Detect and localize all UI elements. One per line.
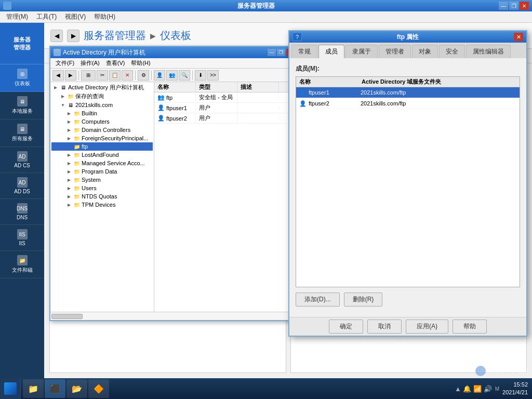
sidebar-item-iis[interactable]: IIS IIS — [0, 225, 44, 251]
delete-tool-btn[interactable]: ✕ — [122, 70, 133, 81]
tree-users[interactable]: ▶ 📁 Users — [51, 184, 153, 192]
allservers-icon: 🖥 — [17, 124, 28, 134]
list-row-ftpuser2[interactable]: 👤 ftpuser2 用户 — [154, 113, 298, 124]
tree-icon-builtin: 📁 — [73, 110, 81, 117]
ftp-remove-button[interactable]: 删除(R) — [344, 292, 383, 307]
tab-attreditor[interactable]: 属性编辑器 — [466, 45, 511, 58]
sidebar-item-dashboard[interactable]: ⊞ 仪表板 — [0, 64, 44, 92]
ftp-help-btn[interactable]: ? — [292, 33, 302, 41]
tree-saved-queries[interactable]: ▶ 📁 保存的查询 — [51, 92, 153, 101]
tree-icon-domain: 🖥 — [67, 101, 74, 109]
tree-lostandfound[interactable]: ▶ 📁 LostAndFound — [51, 151, 153, 159]
forward-button[interactable]: ▶ — [67, 30, 79, 42]
tree-managedservice[interactable]: ▶ 📁 Managed Service Acco... — [51, 159, 153, 167]
tab-members[interactable]: 成员 — [318, 45, 344, 58]
copy-tool-btn[interactable]: 📋 — [109, 70, 121, 81]
ftp-apply-button[interactable]: 应用(A) — [406, 320, 448, 334]
list-header: 名称 类型 描述 — [154, 82, 298, 92]
tree-arrow-pd: ▶ — [66, 168, 72, 175]
sidebar-item-files[interactable]: 📁 文件和磁 — [0, 251, 44, 278]
menu-tools[interactable]: 工具(T) — [32, 11, 61, 22]
restore-button[interactable]: ❒ — [509, 2, 518, 10]
menu-manage[interactable]: 管理(M) — [2, 11, 32, 22]
ftp-close-btn[interactable]: ✕ — [514, 33, 523, 41]
menu-view[interactable]: 视图(V) — [61, 11, 90, 22]
taskbar-app-2[interactable]: ⬛ — [45, 379, 65, 398]
scrollbar-thumb[interactable] — [51, 314, 83, 319]
tree-label-ftp: ftp — [82, 143, 88, 150]
sidebar: 服务器管理器 ⊞ 仪表板 🖥 本地服务 🖥 所有服务 AD AD CS AD A… — [0, 23, 44, 378]
tab-memberof[interactable]: 隶属于 — [345, 45, 378, 58]
ftp-help-footer-button[interactable]: 帮助 — [453, 320, 487, 334]
new-group-btn[interactable]: 👥 — [166, 70, 178, 81]
sidebar-item-adds[interactable]: AD AD DS — [0, 173, 44, 199]
tree-panel[interactable]: ▶ 🖥 Active Directory 用户和计算机 ▶ 📁 保存的查询 ▼ … — [50, 82, 154, 312]
ftp-cancel-button[interactable]: 取消 — [367, 320, 402, 334]
taskbar-clock: 15:52 2021/4/21 — [502, 381, 528, 397]
filter-btn[interactable]: ⬇ — [195, 70, 206, 81]
forward-tool-btn[interactable]: ▶ — [65, 70, 76, 81]
tree-domain[interactable]: ▼ 🖥 2021skills.com — [51, 101, 153, 109]
more-btn[interactable]: >> — [207, 70, 219, 81]
tree-builtin[interactable]: ▶ 📁 Builtin — [51, 109, 153, 117]
sidebar-item-allservers[interactable]: 🖥 所有服务 — [0, 119, 44, 147]
back-button[interactable]: ◀ — [50, 30, 63, 42]
sidebar-label-dns: DNS — [17, 215, 28, 220]
sidebar-item-localserver[interactable]: 🖥 本地服务 — [0, 92, 44, 119]
tree-ftp[interactable]: 📁 ftp — [51, 142, 153, 151]
ad-menu-file[interactable]: 文件(F) — [52, 59, 77, 68]
tree-label-tpm: TPM Devices — [82, 202, 115, 208]
tree-ntdsquotas[interactable]: ▶ 📁 NTDS Quotas — [51, 192, 153, 201]
tree-domaincontrollers[interactable]: ▶ 📁 Domain Controllers — [51, 126, 153, 134]
tree-system[interactable]: ▶ 📁 System — [51, 176, 153, 184]
tree-foreignsecurity[interactable]: ▶ 📁 ForeignSecurityPrincipal... — [51, 134, 153, 142]
tab-security[interactable]: 安全 — [439, 45, 465, 58]
properties-tool-btn[interactable]: ⚙ — [138, 70, 149, 81]
tree-computers[interactable]: ▶ 📁 Computers — [51, 117, 153, 126]
tab-object[interactable]: 对象 — [412, 45, 438, 58]
sidebar-item-dns[interactable]: DNS DNS — [0, 199, 44, 225]
ad-title-text: Active Directory 用户和计算机 — [63, 48, 268, 57]
list-row-ftp[interactable]: 👥 ftp 安全组 - 全局 — [154, 92, 298, 103]
find-btn[interactable]: 🔍 — [179, 70, 190, 81]
menu-help[interactable]: 帮助(H) — [90, 11, 119, 22]
ad-menu-help[interactable]: 帮助(H) — [128, 59, 153, 68]
col-type[interactable]: 类型 — [196, 82, 237, 92]
ftp-name-label: ftp — [166, 95, 172, 101]
tree-programdata[interactable]: ▶ 📁 Program Data — [51, 167, 153, 176]
new-user-btn[interactable]: 👤 — [154, 70, 165, 81]
view-tool-btn[interactable]: ⊞ — [81, 70, 96, 81]
member-row-ftpuser1[interactable]: 👤 ftpuser1 2021skills.com/ftp — [296, 87, 520, 98]
col-desc[interactable]: 描述 — [237, 82, 279, 92]
tab-manager[interactable]: 管理者 — [379, 45, 411, 58]
ad-scrollbar[interactable]: ▶ — [50, 312, 298, 320]
sidebar-label-iis: IIS — [19, 241, 25, 246]
tree-arrow-laf: ▶ — [66, 152, 72, 158]
member-row-ftpuser2[interactable]: 👤 ftpuser2 2021skills.com/ftp — [296, 98, 520, 109]
list-row-ftpuser1[interactable]: 👤 ftpuser1 用户 — [154, 103, 298, 113]
tree-icon-users: 📁 — [73, 184, 81, 192]
ad-restore-btn[interactable]: ❒ — [277, 49, 285, 56]
start-button[interactable] — [0, 378, 21, 399]
ad-minimize-btn[interactable]: — — [268, 49, 276, 56]
tree-icon-pd: 📁 — [73, 168, 81, 175]
close-button[interactable]: ✕ — [520, 2, 529, 10]
ftp-ok-button[interactable]: 确定 — [329, 320, 363, 334]
col-name[interactable]: 名称 — [154, 82, 196, 92]
ftp-add-button[interactable]: 添加(D)... — [296, 292, 340, 307]
sidebar-item-adcs[interactable]: AD AD CS — [0, 147, 44, 173]
tab-general[interactable]: 常规 — [291, 45, 317, 58]
clock-time: 15:52 — [502, 381, 528, 389]
tree-tpmdevices[interactable]: ▶ 📁 TPM Devices — [51, 201, 153, 209]
taskbar-app-3[interactable]: 📂 — [66, 379, 87, 398]
ad-menu-action[interactable]: 操作(A) — [77, 59, 103, 68]
minimize-button[interactable]: — — [499, 2, 508, 10]
taskbar-app-1[interactable]: 📁 — [23, 379, 44, 398]
back-tool-btn[interactable]: ◀ — [52, 70, 64, 81]
list-panel: 名称 类型 描述 👥 ftp 安全组 - 全局 👤 ftpuser1 用户 — [154, 82, 298, 312]
taskbar-app-4[interactable]: 🔶 — [88, 379, 109, 398]
tree-icon-dc: 📁 — [73, 126, 81, 134]
cut-tool-btn[interactable]: ✂ — [97, 70, 108, 81]
tree-root[interactable]: ▶ 🖥 Active Directory 用户和计算机 — [51, 83, 153, 92]
ad-menu-view[interactable]: 查看(V) — [103, 59, 128, 68]
